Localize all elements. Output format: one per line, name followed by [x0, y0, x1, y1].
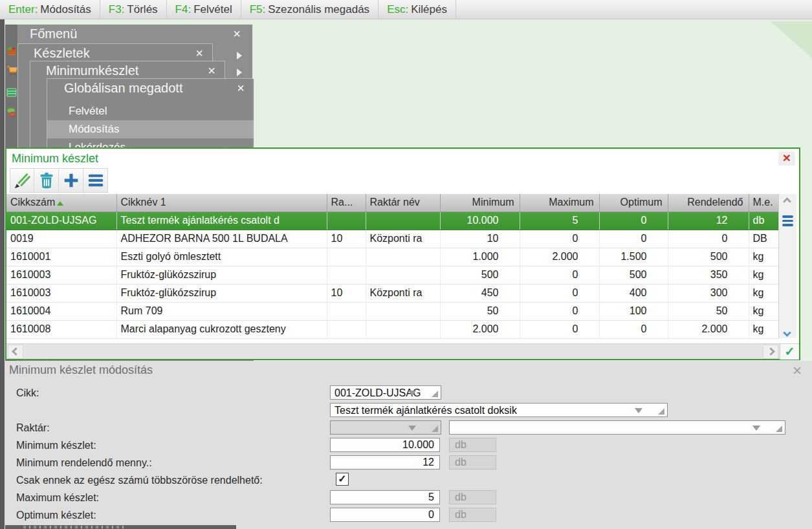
cell[interactable]: 2.000	[520, 248, 599, 266]
cell[interactable]: Teszt termék ajánlatkérés csatolt d	[116, 211, 327, 230]
table-row-selected[interactable]: 001-ZOLD-UJSAG Teszt termék ajánlatkérés…	[6, 211, 778, 230]
column-header-optimum[interactable]: Optimum	[599, 194, 668, 211]
submenu-arrow-icon[interactable]	[237, 52, 242, 59]
scroll-right-button[interactable]	[763, 345, 778, 359]
menu-item-felvetel[interactable]: Felvétel	[47, 102, 254, 120]
cell[interactable]: 50	[668, 302, 749, 320]
delete-button[interactable]	[34, 168, 59, 193]
cell[interactable]: Fruktóz-glükózszirup	[116, 266, 327, 284]
shortcut-enter-modositas[interactable]: Enter: Módosítás	[0, 0, 100, 19]
coins-icon[interactable]	[6, 107, 17, 118]
table-row[interactable]: 1610003 Fruktóz-glükózszirup 500 0 500 3…	[6, 266, 778, 284]
close-icon[interactable]: ×	[778, 151, 795, 166]
close-icon[interactable]: ×	[237, 80, 245, 96]
cell[interactable]: 2.000	[668, 320, 749, 338]
cell[interactable]: 10	[327, 230, 366, 248]
horizontal-scrollbar[interactable]: ✓	[6, 343, 799, 359]
submenu-arrow-icon[interactable]	[237, 69, 242, 76]
cell[interactable]: 500	[599, 266, 668, 284]
cell[interactable]: db	[749, 211, 778, 230]
cell[interactable]: 1610003	[6, 284, 116, 302]
scroll-up-icon[interactable]	[783, 197, 791, 206]
cart-icon[interactable]	[6, 65, 17, 76]
close-icon[interactable]: ×	[195, 45, 203, 61]
cell[interactable]	[327, 211, 366, 230]
raktar-name-dropdown[interactable]	[449, 420, 785, 435]
raktar-code-dropdown[interactable]	[330, 420, 441, 435]
minimum-keszlet-input[interactable]	[330, 438, 440, 452]
cell[interactable]: kg	[749, 284, 778, 302]
shortcut-f4-felvetel[interactable]: F4: Felvétel	[167, 0, 241, 19]
cell[interactable]: 300	[668, 284, 749, 302]
cell[interactable]	[327, 302, 366, 320]
cell[interactable]	[366, 248, 440, 266]
table-row[interactable]: 0019 ADHEZOR BARNA 500 1L BUDALA 10 Közp…	[6, 230, 778, 248]
cell[interactable]: 0	[520, 284, 599, 302]
cell[interactable]: 1610008	[6, 320, 116, 338]
cell[interactable]: kg	[749, 302, 778, 320]
cell[interactable]: 0	[668, 230, 749, 248]
cell[interactable]: 0	[520, 302, 599, 320]
cell[interactable]	[327, 266, 366, 284]
cell[interactable]	[366, 320, 440, 338]
maximum-keszlet-input[interactable]	[330, 490, 440, 504]
multiple-checkbox[interactable]: ✓	[336, 473, 349, 486]
column-header-ra[interactable]: Ra...	[327, 194, 366, 211]
close-icon[interactable]: ×	[793, 363, 802, 378]
shortcut-f3-torles[interactable]: F3: Törlés	[100, 0, 167, 19]
table-row[interactable]: 1610004 Rum 709 50 0 100 50 kg	[6, 302, 778, 320]
close-icon[interactable]: ×	[233, 26, 241, 41]
column-header-maximum[interactable]: Maximum	[520, 194, 599, 211]
drag-handle-icon[interactable]	[781, 213, 795, 229]
cell[interactable]	[327, 320, 366, 338]
cell[interactable]: kg	[749, 320, 778, 338]
cell[interactable]: Rum 709	[116, 302, 327, 320]
cell[interactable]: 400	[599, 284, 668, 302]
cell[interactable]	[327, 248, 366, 266]
cell[interactable]: 001-ZOLD-UJSAG	[6, 211, 116, 230]
table-row[interactable]: 1610003 Fruktóz-glükózszirup 10 Központi…	[6, 284, 778, 302]
confirm-check-icon[interactable]: ✓	[780, 344, 799, 360]
cell[interactable]: 2.000	[440, 320, 520, 338]
cell[interactable]: 1.000	[440, 248, 520, 266]
cell[interactable]: 12	[668, 211, 749, 230]
cell[interactable]: kg	[749, 248, 778, 266]
cell[interactable]: 0	[599, 320, 668, 338]
cell[interactable]: 5	[520, 211, 599, 230]
cell[interactable]: 10	[327, 284, 366, 302]
basket-icon[interactable]	[6, 45, 17, 57]
cell[interactable]: 0	[520, 230, 599, 248]
cell[interactable]: 1610004	[6, 302, 116, 320]
column-header-rendelendo[interactable]: Rendelendő	[668, 194, 749, 211]
cell[interactable]	[366, 302, 440, 320]
column-header-minimum[interactable]: Minimum	[440, 194, 520, 211]
cell[interactable]: 10.000	[440, 211, 520, 230]
minimum-rendelendo-input[interactable]	[330, 455, 440, 470]
scroll-left-button[interactable]	[8, 345, 23, 359]
cell[interactable]: 1.500	[599, 248, 668, 266]
cell[interactable]	[366, 266, 440, 284]
cell[interactable]	[366, 211, 440, 230]
cell[interactable]: 0	[520, 266, 599, 284]
cell[interactable]: 1610001	[6, 248, 116, 266]
cell[interactable]: 50	[440, 302, 520, 320]
cell[interactable]: 500	[440, 266, 520, 284]
cell[interactable]: 450	[440, 284, 520, 302]
cikk-code-dropdown[interactable]: 001-ZOLD-UJSAG	[330, 385, 441, 400]
cell[interactable]: 1610003	[6, 266, 116, 284]
cell[interactable]: 10	[440, 230, 520, 248]
column-header-me[interactable]: M.e.	[749, 194, 778, 211]
cell[interactable]: 0019	[6, 230, 116, 248]
add-button[interactable]	[59, 168, 83, 193]
cell[interactable]: ADHEZOR BARNA 500 1L BUDALA	[116, 230, 327, 248]
cell[interactable]: Fruktóz-glükózszirup	[116, 284, 327, 302]
cell[interactable]: 100	[599, 302, 668, 320]
cell[interactable]: 0	[599, 230, 668, 248]
column-header-raktarnev[interactable]: Raktár név	[366, 194, 440, 211]
shortcut-f5-szezonalis[interactable]: F5: Szezonális megadás	[241, 0, 379, 19]
cikk-name-dropdown[interactable]: Teszt termék ajánlatkérés csatolt doksik	[330, 403, 668, 417]
cell[interactable]: 500	[668, 248, 749, 266]
options-menu-button[interactable]	[83, 168, 108, 193]
cell[interactable]: Központi ra	[366, 230, 440, 248]
cell[interactable]: Eszti golyó ömlesztett	[116, 248, 327, 266]
